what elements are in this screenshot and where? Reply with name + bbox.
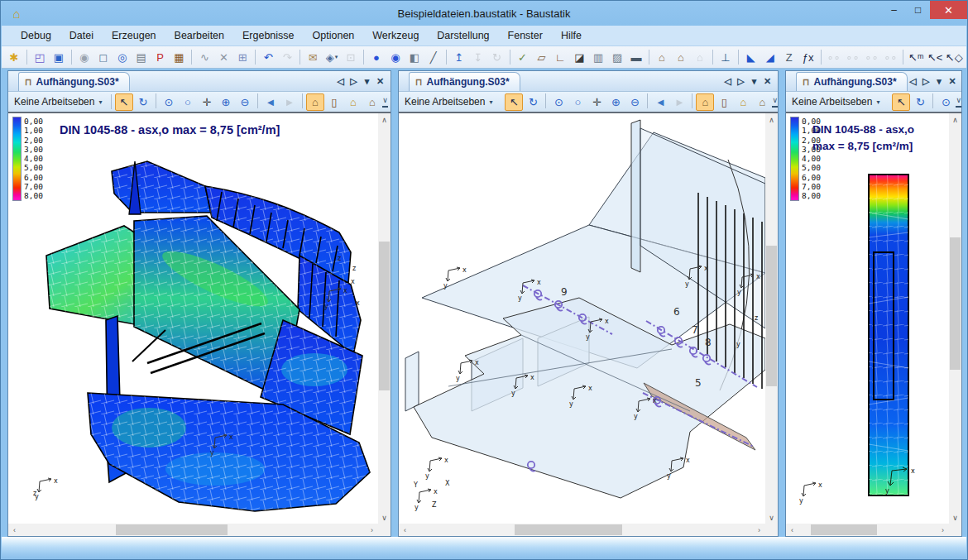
page-zoom-icon[interactable]: ◎	[113, 49, 132, 66]
burn-cd-icon[interactable]: ◉	[75, 49, 93, 66]
window1-horizontal-scrollbar[interactable]: ‹ ›	[8, 524, 378, 536]
rotate-view-icon[interactable]: ↻	[134, 93, 152, 111]
home-icon[interactable]: ⌂	[6, 4, 27, 22]
send-mail-icon[interactable]: ✉	[304, 49, 322, 66]
menu-hilfe[interactable]: Hilfe	[552, 26, 591, 45]
workplane-dropdown[interactable]: Keine Arbeitseben ▾	[401, 94, 498, 109]
mirror-pick-icon[interactable]: ◧	[405, 49, 424, 66]
view-home-icon[interactable]: ⌂	[344, 93, 362, 111]
save-file-icon[interactable]: ▣	[50, 49, 68, 66]
menu-datei[interactable]: Datei	[60, 26, 103, 45]
new-file-icon[interactable]: ✱	[5, 49, 23, 66]
scroll-left-icon[interactable]: ‹	[399, 524, 411, 536]
rotate-view-icon[interactable]: ↻	[524, 93, 542, 111]
zoom-in-icon[interactable]: ⊕	[217, 93, 235, 111]
delete-icon[interactable]: ✕	[214, 49, 232, 66]
toolbar-overflow-icon[interactable]: ∨	[382, 96, 388, 108]
image-export-icon[interactable]: ▦	[170, 49, 189, 66]
view-building-icon[interactable]: ⌂	[753, 93, 771, 111]
scroll-right-icon[interactable]: ›	[753, 524, 765, 536]
view-previous-icon[interactable]: ◄	[261, 93, 280, 111]
function-icon[interactable]: ƒx	[799, 49, 817, 66]
line-pick-icon[interactable]: ╱	[424, 49, 443, 66]
view-home-icon[interactable]: ⌂	[734, 93, 752, 111]
cursor-measure-icon[interactable]: ↖ᵐ	[907, 49, 925, 66]
surface-check-icon[interactable]: ✓	[514, 49, 532, 66]
menu-werkzeug[interactable]: Werkzeug	[363, 26, 428, 45]
workplane-dropdown[interactable]: Keine Arbeitseben ▾	[11, 94, 108, 109]
pan-view-icon[interactable]: ✛	[198, 93, 216, 111]
menu-optionen[interactable]: Optionen	[304, 26, 364, 45]
zoom-out-icon[interactable]: ⊖	[236, 93, 254, 111]
zoom-dynamic-icon[interactable]: ○	[568, 93, 587, 111]
prev-tab-icon[interactable]: ◁	[908, 76, 918, 87]
zoom-window-icon[interactable]: ⊙	[160, 93, 178, 111]
z-section-icon[interactable]: Z	[780, 49, 798, 66]
window3-viewport[interactable]: 0,00 1,00 2,00 3,00 4,00 5,00 6,00 7,00 …	[786, 113, 961, 536]
zoom-in-icon[interactable]: ⊕	[606, 93, 625, 111]
scroll-down-icon[interactable]: ∨	[378, 511, 391, 524]
undo-icon[interactable]: ↶	[259, 49, 277, 66]
scroll-up-icon[interactable]: ∧	[765, 113, 778, 126]
scroll-left-icon[interactable]: ‹	[8, 524, 21, 536]
tab-menu-icon[interactable]: ▾	[362, 76, 372, 87]
view-3d-icon[interactable]: ⌂	[696, 93, 714, 111]
window1-tab[interactable]: ⊓ Aufhängung.S03*	[18, 72, 130, 91]
support-pick-icon[interactable]: ⊥	[716, 49, 735, 66]
view-section-icon[interactable]: ▯	[325, 93, 343, 111]
scroll-left-icon[interactable]: ‹	[786, 524, 798, 536]
next-tab-icon[interactable]: ▷	[921, 76, 932, 87]
toolbar-overflow-icon[interactable]: ∨	[956, 96, 961, 108]
window1-vertical-scrollbar[interactable]: ∧ ∨	[378, 113, 391, 524]
view-building-icon[interactable]: ⌂	[363, 93, 381, 111]
pdf-export-icon[interactable]: P	[151, 49, 170, 66]
view-manager-icon[interactable]: ◈▾	[323, 49, 341, 66]
scrollbar-thumb[interactable]	[950, 237, 961, 370]
prev-tab-icon[interactable]: ◁	[722, 76, 733, 87]
view-section-icon[interactable]: ▯	[715, 93, 733, 111]
menu-darstellung[interactable]: Darstellung	[428, 26, 498, 45]
open-file-icon[interactable]: ◰	[31, 49, 49, 66]
scrollbar-thumb[interactable]	[766, 246, 777, 386]
scroll-down-icon[interactable]: ∨	[949, 511, 961, 524]
window2-vertical-scrollbar[interactable]: ∧ ∨	[765, 113, 778, 524]
rail-element-icon[interactable]: ▬	[627, 49, 645, 66]
scroll-right-icon[interactable]: ›	[366, 524, 378, 536]
scrollbar-thumb[interactable]	[811, 524, 877, 535]
select-cursor-icon[interactable]: ↖	[892, 93, 910, 111]
next-tab-icon[interactable]: ▷	[736, 76, 746, 87]
rotate-view-icon[interactable]: ↻	[911, 93, 929, 111]
window3-vertical-scrollbar[interactable]: ∧ ∨	[949, 113, 961, 524]
menu-bearbeiten[interactable]: Bearbeiten	[165, 26, 233, 45]
menu-erzeugen[interactable]: Erzeugen	[103, 26, 165, 45]
toolbar-overflow-icon[interactable]: ∨	[772, 96, 778, 108]
window3-tab[interactable]: ⊓ Aufhängung.S03*	[796, 72, 908, 91]
scrollbar-thumb[interactable]	[379, 242, 390, 390]
pan-view-icon[interactable]: ✛	[587, 93, 606, 111]
scrollbar-thumb[interactable]	[515, 524, 622, 535]
load-diagram-alt-icon[interactable]: ◢	[761, 49, 779, 66]
zoom-window-icon[interactable]: ⊙	[549, 93, 568, 111]
lasso-select-icon[interactable]: ∿	[195, 49, 213, 66]
tab-menu-icon[interactable]: ▾	[749, 76, 760, 87]
close-tab-icon[interactable]: ✕	[762, 76, 773, 87]
window2-horizontal-scrollbar[interactable]: ‹ ›	[399, 524, 765, 536]
mesh-pick-icon[interactable]: ▥	[589, 49, 607, 66]
select-cursor-icon[interactable]: ↖	[505, 93, 523, 111]
close-tab-icon[interactable]: ✕	[947, 76, 958, 87]
menu-debug[interactable]: Debug	[12, 26, 60, 45]
print-icon[interactable]: ▤	[132, 49, 151, 66]
solid-view-icon[interactable]: ◪	[570, 49, 588, 66]
close-tab-icon[interactable]: ✕	[375, 76, 386, 87]
roof-swap-icon[interactable]: ⌂	[672, 49, 690, 66]
section-cut-icon[interactable]: ∟	[551, 49, 569, 66]
zoom-out-icon[interactable]: ⊖	[625, 93, 644, 111]
tab-menu-icon[interactable]: ▾	[934, 76, 945, 87]
view-previous-icon[interactable]: ◄	[651, 93, 669, 111]
window1-viewport[interactable]: 0,00 1,00 2,00 3,00 4,00 5,00 6,00 7,00 …	[8, 113, 391, 536]
zoom-dynamic-icon[interactable]: ○	[179, 93, 197, 111]
cursor-angle-icon[interactable]: ↖˂	[926, 49, 944, 66]
minimize-button[interactable]: –	[882, 1, 906, 19]
maximize-button[interactable]: □	[906, 1, 930, 19]
copy-icon[interactable]: ⊞	[233, 49, 252, 66]
